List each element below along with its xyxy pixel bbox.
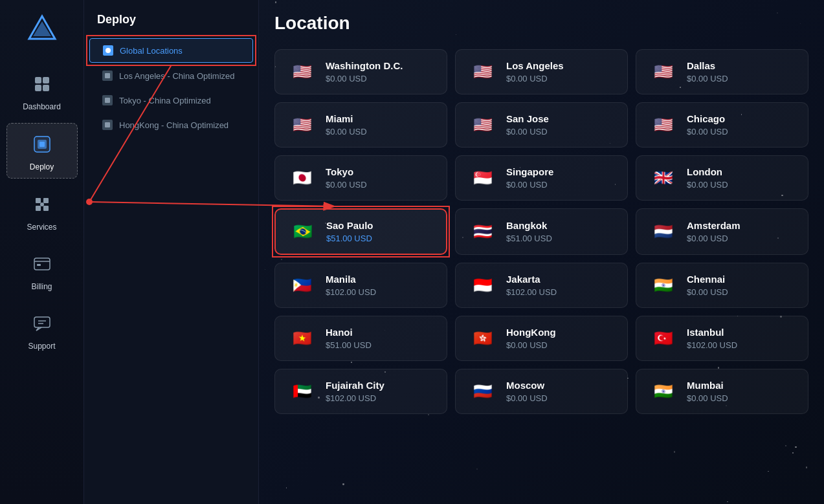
location-card-hanoi[interactable]: 🇻🇳 Hanoi $51.00 USD bbox=[274, 316, 447, 361]
menu-item-la-china[interactable]: Los Angeles - China Optimized bbox=[89, 64, 253, 87]
page-title: Location bbox=[274, 13, 808, 34]
location-info-hanoi: Hanoi $51.00 USD bbox=[326, 327, 372, 350]
location-info-istanbul: Istanbul $102.00 USD bbox=[687, 327, 737, 350]
svg-rect-9 bbox=[36, 198, 41, 203]
sidebar-item-services-label: Services bbox=[27, 223, 56, 232]
location-card-chicago[interactable]: 🇺🇸 Chicago $0.00 USD bbox=[636, 102, 808, 148]
price-chicago: $0.00 USD bbox=[687, 127, 728, 137]
location-info-singapore: Singapore $0.00 USD bbox=[506, 166, 553, 190]
city-name-fujairah: Fujairah City bbox=[326, 380, 384, 391]
flag-dallas: 🇺🇸 bbox=[649, 62, 678, 82]
svg-rect-10 bbox=[43, 198, 49, 203]
city-name-manila: Manila bbox=[326, 274, 376, 285]
flag-hongkong: 🇭🇰 bbox=[469, 329, 497, 348]
flag-moscow: 🇷🇺 bbox=[469, 382, 497, 401]
price-london: $0.00 USD bbox=[687, 180, 728, 190]
menu-item-tokyo-china[interactable]: Tokyo - China Optimized bbox=[89, 89, 253, 112]
price-bangkok: $51.00 USD bbox=[506, 234, 552, 243]
svg-rect-3 bbox=[43, 77, 49, 83]
deploy-menu: Deploy Global Locations Los Angeles - Ch… bbox=[84, 0, 259, 504]
flag-manila: 🇵🇭 bbox=[288, 276, 317, 295]
city-name-tokyo: Tokyo bbox=[326, 166, 367, 177]
city-name-miami: Miami bbox=[326, 113, 367, 124]
city-name-san-jose: San Jose bbox=[506, 113, 549, 124]
location-card-manila[interactable]: 🇵🇭 Manila $102.00 USD bbox=[274, 263, 447, 308]
location-info-jakarta: Jakarta $102.00 USD bbox=[506, 274, 557, 297]
sidebar-item-dashboard-label: Dashboard bbox=[23, 102, 61, 111]
flag-tokyo: 🇯🇵 bbox=[288, 168, 317, 188]
location-card-amsterdam[interactable]: 🇳🇱 Amsterdam $0.00 USD bbox=[636, 208, 808, 255]
svg-rect-16 bbox=[37, 264, 41, 266]
svg-rect-22 bbox=[105, 98, 110, 103]
sidebar-item-billing-label: Billing bbox=[31, 282, 52, 291]
city-name-chennai: Chennai bbox=[687, 274, 728, 285]
flag-jakarta: 🇮🇩 bbox=[469, 276, 497, 295]
city-name-mumbai: Mumbai bbox=[687, 380, 728, 391]
location-card-fujairah[interactable]: 🇦🇪 Fujairah City $102.00 USD bbox=[274, 369, 447, 414]
flag-hanoi: 🇻🇳 bbox=[288, 329, 317, 348]
billing-icon bbox=[28, 250, 56, 278]
location-card-hongkong[interactable]: 🇭🇰 HongKong $0.00 USD bbox=[455, 316, 628, 361]
svg-rect-5 bbox=[43, 85, 49, 91]
price-hongkong: $0.00 USD bbox=[506, 340, 556, 350]
sidebar-item-dashboard[interactable]: Dashboard bbox=[6, 63, 78, 118]
location-info-bangkok: Bangkok $51.00 USD bbox=[506, 220, 552, 243]
sidebar-item-services[interactable]: Services bbox=[6, 184, 78, 238]
menu-icon-global bbox=[103, 45, 113, 56]
location-info-chicago: Chicago $0.00 USD bbox=[687, 113, 728, 137]
location-card-sao-paulo[interactable]: 🇧🇷 Sao Paulo $51.00 USD bbox=[274, 208, 447, 255]
city-name-jakarta: Jakarta bbox=[506, 274, 557, 285]
location-card-singapore[interactable]: 🇸🇬 Singapore $0.00 USD bbox=[455, 155, 628, 201]
sidebar-item-deploy-label: Deploy bbox=[30, 162, 54, 171]
svg-rect-21 bbox=[105, 73, 110, 78]
location-info-washington: Washington D.C. $0.00 USD bbox=[326, 60, 403, 83]
logo bbox=[26, 13, 58, 48]
flag-istanbul: 🇹🇷 bbox=[649, 329, 678, 348]
city-name-istanbul: Istanbul bbox=[687, 327, 737, 338]
price-miami: $0.00 USD bbox=[326, 127, 367, 137]
city-name-moscow: Moscow bbox=[506, 380, 548, 391]
price-dallas: $0.00 USD bbox=[687, 74, 728, 83]
location-card-san-jose[interactable]: 🇺🇸 San Jose $0.00 USD bbox=[455, 102, 628, 148]
location-card-moscow[interactable]: 🇷🇺 Moscow $0.00 USD bbox=[455, 369, 628, 414]
city-name-bangkok: Bangkok bbox=[506, 220, 552, 231]
location-card-jakarta[interactable]: 🇮🇩 Jakarta $102.00 USD bbox=[455, 263, 628, 308]
price-washington: $0.00 USD bbox=[326, 74, 403, 83]
price-los-angeles: $0.00 USD bbox=[506, 74, 564, 83]
svg-rect-11 bbox=[36, 206, 41, 211]
price-mumbai: $0.00 USD bbox=[687, 393, 728, 403]
location-card-dallas[interactable]: 🇺🇸 Dallas $0.00 USD bbox=[636, 49, 808, 94]
location-card-washington[interactable]: 🇺🇸 Washington D.C. $0.00 USD bbox=[274, 49, 447, 94]
menu-label-global: Global Locations bbox=[120, 46, 183, 56]
price-tokyo: $0.00 USD bbox=[326, 180, 367, 190]
location-info-hongkong: HongKong $0.00 USD bbox=[506, 327, 556, 350]
svg-rect-2 bbox=[35, 77, 41, 83]
menu-item-hk-china[interactable]: HongKong - China Optimized bbox=[89, 113, 253, 137]
location-card-istanbul[interactable]: 🇹🇷 Istanbul $102.00 USD bbox=[636, 316, 808, 361]
location-card-mumbai[interactable]: 🇮🇳 Mumbai $0.00 USD bbox=[636, 369, 808, 414]
location-info-chennai: Chennai $0.00 USD bbox=[687, 274, 728, 297]
price-moscow: $0.00 USD bbox=[506, 393, 548, 403]
menu-label-hk: HongKong - China Optimized bbox=[119, 120, 228, 130]
menu-label-tokyo: Tokyo - China Optimized bbox=[119, 96, 211, 105]
location-card-tokyo[interactable]: 🇯🇵 Tokyo $0.00 USD bbox=[274, 155, 447, 201]
flag-bangkok: 🇹🇭 bbox=[469, 222, 497, 241]
menu-item-global-locations[interactable]: Global Locations bbox=[89, 38, 253, 63]
city-name-sao-paulo: Sao Paulo bbox=[326, 220, 373, 231]
location-card-bangkok[interactable]: 🇹🇭 Bangkok $51.00 USD bbox=[455, 208, 628, 255]
location-card-miami[interactable]: 🇺🇸 Miami $0.00 USD bbox=[274, 102, 447, 148]
location-card-los-angeles[interactable]: 🇺🇸 Los Angeles $0.00 USD bbox=[455, 49, 628, 94]
city-name-los-angeles: Los Angeles bbox=[506, 60, 564, 71]
deploy-icon bbox=[28, 130, 56, 159]
location-card-london[interactable]: 🇬🇧 London $0.00 USD bbox=[636, 155, 808, 201]
city-name-hanoi: Hanoi bbox=[326, 327, 372, 338]
price-jakarta: $102.00 USD bbox=[506, 287, 557, 297]
flag-san-jose: 🇺🇸 bbox=[469, 115, 497, 135]
location-card-chennai[interactable]: 🇮🇳 Chennai $0.00 USD bbox=[636, 263, 808, 308]
location-info-dallas: Dallas $0.00 USD bbox=[687, 60, 728, 83]
sidebar-item-deploy[interactable]: Deploy bbox=[6, 123, 78, 179]
sidebar-item-support[interactable]: Support bbox=[6, 303, 78, 357]
flag-sao-paulo: 🇧🇷 bbox=[289, 222, 317, 241]
city-name-london: London bbox=[687, 166, 728, 177]
sidebar-item-billing[interactable]: Billing bbox=[6, 243, 78, 298]
